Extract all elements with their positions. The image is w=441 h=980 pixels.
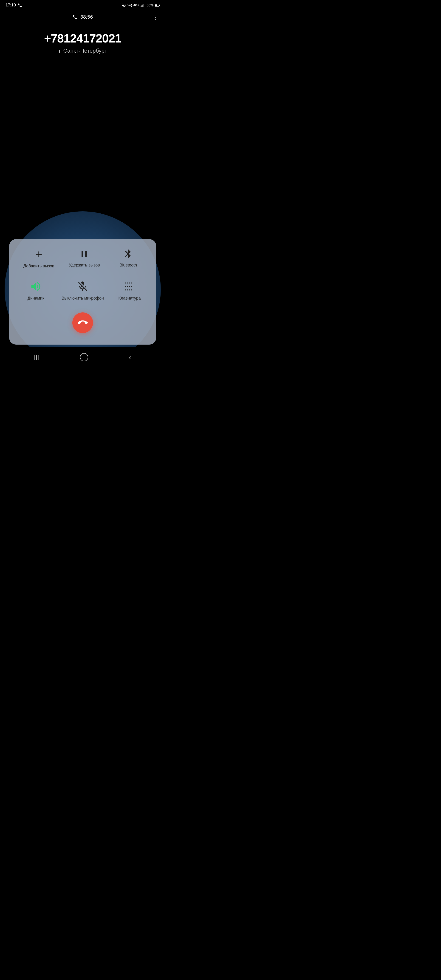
speaker-label: Динамик: [27, 296, 45, 301]
more-options-button[interactable]: ⋮: [152, 13, 159, 21]
navigation-bar: ||| ‹: [0, 347, 166, 368]
mute-mic-icon: [77, 280, 89, 293]
battery-icon: [155, 4, 160, 7]
svg-rect-6: [155, 4, 157, 6]
call-header: 38:56 ⋮: [0, 10, 166, 22]
mute-mic-label: Выключить микрофон: [62, 296, 104, 301]
mute-button[interactable]: Выключить микрофон: [62, 280, 104, 301]
call-timer: 38:56: [72, 14, 93, 20]
bluetooth-button[interactable]: Bluetooth: [115, 248, 142, 268]
hold-call-label: Удержать вызов: [69, 262, 100, 268]
status-bar: 17:10 Vo) 4G+ 50%: [0, 0, 166, 10]
add-call-icon: +: [35, 248, 42, 260]
caller-city: г. Санкт-Петербург: [7, 48, 159, 54]
add-call-button[interactable]: + Добавить вызов: [24, 248, 54, 269]
end-call-icon: [78, 318, 88, 328]
phone-call-icon: [72, 14, 78, 20]
signal-icon: [140, 3, 145, 7]
call-duration: 38:56: [80, 14, 93, 20]
phone-status-icon: [18, 3, 22, 8]
speaker-icon: [30, 280, 42, 293]
svg-rect-5: [159, 5, 160, 6]
time: 17:10: [5, 3, 16, 8]
end-call-button[interactable]: [72, 312, 93, 333]
call-controls-panel: + Добавить вызов Удержать вызов Bluetoot…: [9, 239, 156, 345]
home-nav-button[interactable]: [80, 353, 88, 361]
battery-percent: 50%: [146, 3, 153, 7]
keypad-button[interactable]: Клавиатура: [116, 280, 143, 301]
phone-number: +78124172021: [7, 32, 159, 45]
keypad-icon: [124, 280, 135, 293]
volte-icon: Vo): [127, 3, 132, 7]
svg-rect-1: [142, 5, 142, 7]
keypad-label: Клавиатура: [118, 296, 141, 301]
speaker-button[interactable]: Динамик: [22, 280, 49, 301]
hold-call-button[interactable]: Удержать вызов: [69, 248, 100, 268]
bluetooth-icon: [123, 248, 134, 259]
status-left: 17:10: [5, 3, 22, 8]
back-nav-button[interactable]: ‹: [129, 353, 131, 361]
status-right: Vo) 4G+ 50%: [121, 3, 160, 8]
bluetooth-label: Bluetooth: [119, 262, 137, 268]
network-type: 4G+: [134, 3, 139, 7]
svg-rect-0: [140, 6, 141, 7]
end-call-row: [16, 312, 149, 333]
svg-rect-3: [143, 4, 144, 7]
caller-info: +78124172021 г. Санкт-Петербург: [0, 22, 166, 59]
controls-row-2: Динамик Выключить микрофон Клавиатура: [16, 280, 149, 301]
recents-nav-button[interactable]: |||: [34, 354, 39, 360]
hold-call-icon: [79, 248, 90, 259]
add-call-label: Добавить вызов: [24, 264, 54, 269]
controls-row-1: + Добавить вызов Удержать вызов Bluetoot…: [16, 248, 149, 269]
mute-icon: [121, 3, 126, 8]
svg-rect-2: [142, 4, 143, 7]
